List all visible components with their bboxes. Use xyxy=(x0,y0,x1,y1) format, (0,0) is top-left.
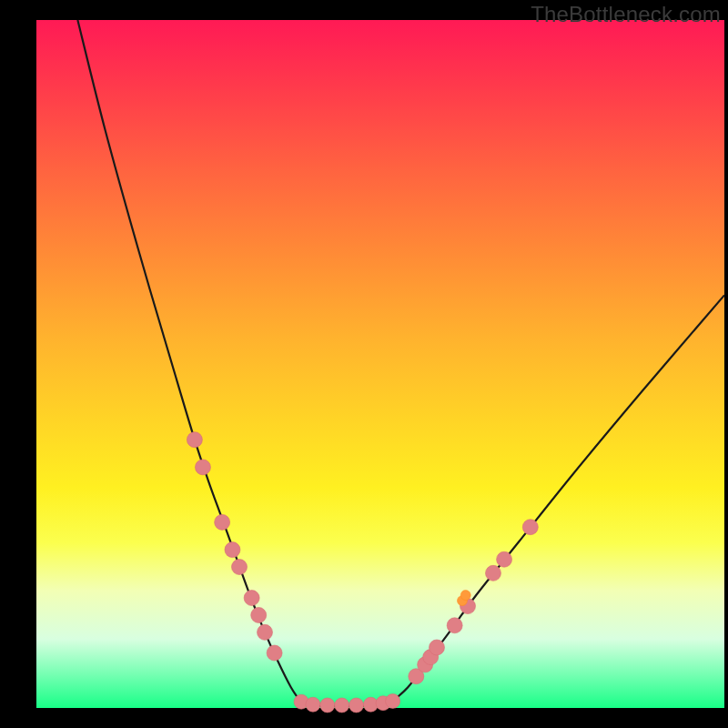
data-marker xyxy=(349,698,364,713)
data-marker xyxy=(232,560,248,575)
markers-right-cluster xyxy=(409,520,538,684)
markers-valley-cluster xyxy=(294,693,400,713)
chart-frame: TheBottleneck.com xyxy=(0,0,728,728)
plot-area xyxy=(36,20,724,708)
data-marker xyxy=(320,698,335,713)
data-marker xyxy=(251,607,267,622)
data-marker xyxy=(225,542,240,558)
data-marker xyxy=(187,432,202,448)
data-marker xyxy=(522,520,538,535)
markers-left-cluster xyxy=(187,432,282,661)
data-marker xyxy=(485,565,500,581)
data-marker xyxy=(244,591,259,606)
data-marker xyxy=(429,640,444,655)
data-marker xyxy=(335,698,349,713)
data-marker xyxy=(215,514,230,530)
data-marker xyxy=(447,618,462,633)
curve-svg xyxy=(36,20,724,708)
data-marker xyxy=(306,697,320,712)
data-marker xyxy=(497,551,512,567)
data-marker xyxy=(267,645,282,661)
data-marker xyxy=(386,693,400,708)
data-marker xyxy=(460,591,470,601)
data-marker xyxy=(195,460,210,475)
data-marker xyxy=(257,624,272,640)
watermark-text: TheBottleneck.com xyxy=(531,2,721,27)
bottleneck-curve xyxy=(77,20,724,706)
